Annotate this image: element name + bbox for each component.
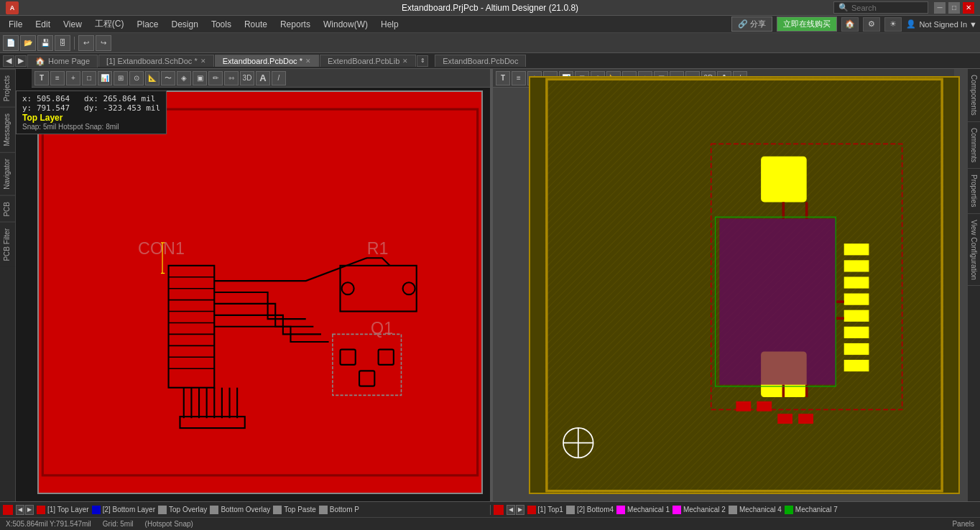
tab-nav-arrows[interactable]: ⇕: [417, 55, 428, 67]
tb-line-btn[interactable]: /: [272, 71, 286, 85]
tab-schematic-close[interactable]: ✕: [200, 57, 206, 65]
tb-r-wire-btn[interactable]: ≡: [512, 71, 526, 85]
tab-home-label[interactable]: Home Page: [48, 57, 90, 65]
layer-item-bottom[interactable]: [2] Bottom Layer: [92, 506, 155, 514]
theme-icon-btn[interactable]: ☀: [884, 17, 902, 32]
bottom-p-label[interactable]: Bottom P: [330, 506, 359, 513]
panel-tab-view-config[interactable]: View Configuration: [968, 214, 980, 287]
layer-r-item-mech1[interactable]: Mechanical 1: [616, 506, 670, 514]
home-icon-btn[interactable]: 🏠: [841, 17, 859, 32]
tab-pcblib-close[interactable]: ✕: [402, 57, 408, 65]
menu-file[interactable]: File: [3, 18, 28, 31]
tb-3d-btn[interactable]: 3D: [240, 71, 254, 85]
tab-pcbdoc[interactable]: Extandboard.PcbDoc * ✕: [215, 55, 319, 67]
bottom-overlay-label[interactable]: Bottom Overlay: [221, 506, 270, 513]
panels-btn[interactable]: Panels: [952, 520, 974, 528]
bottom-layer-label[interactable]: [2] Bottom Layer: [103, 506, 155, 513]
panel-tab-properties[interactable]: Properties: [968, 169, 980, 214]
tb-edit-btn[interactable]: ✏: [208, 71, 223, 85]
panel-tab-components[interactable]: Components: [968, 69, 980, 122]
mech7-label[interactable]: Mechanical 7: [795, 506, 838, 513]
undo-btn[interactable]: ↩: [78, 35, 94, 51]
layer-r-item-top1[interactable]: [1] Top1: [527, 506, 563, 514]
pcb-left-view[interactable]: T ≡ + □ 📊 ⊞ ⊙ 📐 〜 ◈ ▣ ✏ ⇿ 3D A / x:: [16, 69, 490, 501]
redo-btn[interactable]: ↪: [96, 35, 111, 51]
settings-icon-btn[interactable]: ⚙: [863, 17, 880, 32]
menu-project[interactable]: 工程(C): [89, 17, 130, 32]
layer-r-item-mech2[interactable]: Mechanical 2: [672, 506, 726, 514]
tab-extandboard-label[interactable]: ExtandBoard.PcbDoc: [443, 57, 518, 65]
layer-r-item-mech7[interactable]: Mechanical 7: [785, 506, 838, 514]
tab-schematic[interactable]: [1] Extandboard.SchDoc * ✕: [98, 55, 214, 67]
tb-add-btn[interactable]: +: [66, 71, 80, 85]
tb-r-text-btn[interactable]: T: [496, 71, 510, 85]
panel-tab-comments[interactable]: Comments: [968, 122, 980, 169]
layer-item-bottom-p[interactable]: Bottom P: [319, 506, 359, 514]
menu-window[interactable]: Window(W): [318, 18, 374, 31]
layer-item-top[interactable]: [1] Top Layer: [37, 506, 89, 514]
layer-r-prev-btn[interactable]: ◀: [507, 505, 515, 515]
save-btn[interactable]: 💾: [37, 35, 53, 51]
tab-schematic-label[interactable]: [1] Extandboard.SchDoc *: [106, 57, 198, 65]
minimize-button[interactable]: ─: [934, 2, 946, 14]
panel-tab-messages[interactable]: Messages: [0, 107, 15, 152]
tab-scroll-right[interactable]: ▶: [15, 55, 27, 67]
tb-measure-btn[interactable]: 📐: [145, 71, 160, 85]
user-account[interactable]: 👤 Not Signed In ▼: [906, 19, 977, 29]
layer-item-top-overlay[interactable]: Top Overlay: [158, 506, 207, 514]
user-label[interactable]: Not Signed In ▼: [919, 20, 977, 29]
top-layer-label[interactable]: [1] Top Layer: [47, 506, 89, 513]
panel-tab-pcb-filter[interactable]: PCB Filter: [0, 222, 15, 267]
tb-point-btn[interactable]: ⊙: [129, 71, 144, 85]
menu-help[interactable]: Help: [375, 18, 405, 31]
save-all-btn[interactable]: 🗄: [55, 35, 70, 51]
menu-tools[interactable]: Tools: [205, 18, 237, 31]
panel-tab-navigator[interactable]: Navigator: [0, 152, 15, 195]
layer-next-btn[interactable]: ▶: [25, 505, 34, 515]
menu-design[interactable]: Design: [166, 18, 204, 31]
bottom4-label[interactable]: [2] Bottom4: [577, 506, 614, 513]
layer-item-bottom-overlay[interactable]: Bottom Overlay: [210, 506, 270, 514]
layer-r-next-btn[interactable]: ▶: [516, 505, 524, 515]
top-paste-label[interactable]: Top Paste: [284, 506, 315, 513]
tb-text-btn[interactable]: T: [34, 71, 49, 85]
tab-pcbdoc-label[interactable]: Extandboard.PcbDoc *: [223, 57, 302, 65]
tab-extandboard[interactable]: ExtandBoard.PcbDoc: [435, 55, 526, 67]
tb-grid-btn[interactable]: ⊞: [114, 71, 128, 85]
search-bar[interactable]: 🔍: [833, 1, 928, 14]
tb-fill-btn[interactable]: ▣: [193, 71, 207, 85]
top-overlay-label[interactable]: Top Overlay: [169, 506, 207, 513]
mech2-label[interactable]: Mechanical 2: [683, 506, 726, 513]
online-buy-button[interactable]: 立即在线购买: [777, 17, 837, 32]
new-btn[interactable]: 📄: [3, 35, 19, 51]
search-input[interactable]: [851, 4, 923, 12]
tab-pcblib[interactable]: ExtendBoard.PcbLib ✕: [320, 55, 416, 67]
tb-chart-btn[interactable]: 📊: [98, 71, 112, 85]
pcb-board-right[interactable]: [529, 76, 960, 494]
tab-pcblib-label[interactable]: ExtendBoard.PcbLib: [328, 57, 399, 65]
pcb-right-view[interactable]: T ≡ + □ 📊 ⊞ ⊙ 📐 〜 ◈ ▣ ✏ ⇿ 3D A /: [493, 69, 967, 501]
menu-reports[interactable]: Reports: [274, 18, 316, 31]
mech4-label[interactable]: Mechanical 4: [739, 506, 782, 513]
panel-tab-projects[interactable]: Projects: [0, 69, 15, 107]
layer-item-top-paste[interactable]: Top Paste: [273, 506, 315, 514]
layer-r-item-mech4[interactable]: Mechanical 4: [729, 506, 782, 514]
pcb-board-left[interactable]: CON1: [37, 90, 483, 494]
close-button[interactable]: ✕: [963, 2, 974, 14]
tb-bigtxt-btn[interactable]: A: [256, 71, 270, 85]
share-button[interactable]: 🔗 分享: [731, 17, 772, 32]
open-btn[interactable]: 📂: [20, 35, 36, 51]
tb-wire-btn[interactable]: ≡: [50, 71, 65, 85]
menu-route[interactable]: Route: [239, 18, 273, 31]
tb-wave-btn[interactable]: 〜: [161, 71, 175, 85]
menu-place[interactable]: Place: [131, 18, 165, 31]
menu-view[interactable]: View: [57, 18, 88, 31]
mech1-label[interactable]: Mechanical 1: [627, 506, 670, 513]
top1-label[interactable]: [1] Top1: [538, 506, 563, 513]
tab-pcbdoc-close[interactable]: ✕: [305, 57, 311, 65]
panel-tab-pcb[interactable]: PCB: [0, 195, 15, 223]
maximize-button[interactable]: □: [948, 2, 960, 14]
tb-marker-btn[interactable]: ◈: [177, 71, 191, 85]
layer-r-item-bottom4[interactable]: [2] Bottom4: [566, 506, 614, 514]
layer-prev-btn[interactable]: ◀: [16, 505, 24, 515]
